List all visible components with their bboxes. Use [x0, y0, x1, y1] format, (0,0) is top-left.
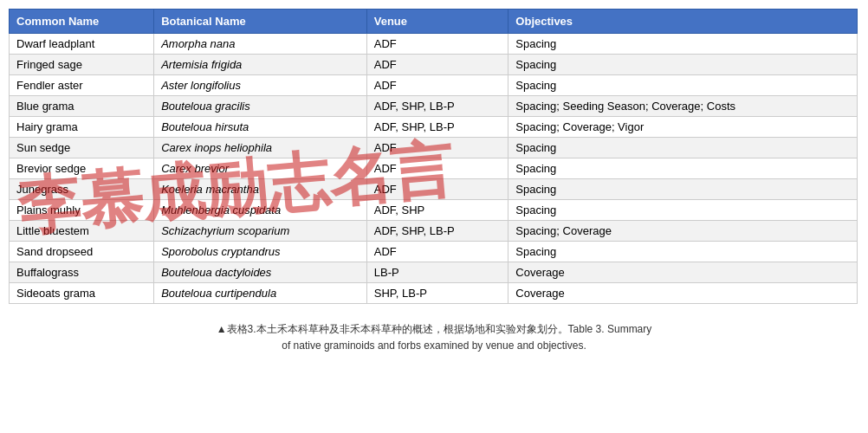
table-container: Common Name Botanical Name Venue Objecti… — [9, 9, 858, 304]
table-cell: Coverage — [508, 283, 858, 304]
table-cell: Fendler aster — [10, 75, 154, 96]
table-row: Fringed sageArtemisia frigidaADFSpacing — [10, 55, 858, 75]
header-venue: Venue — [366, 10, 508, 34]
table-cell: Fringed sage — [10, 55, 154, 75]
table-cell: Junegrass — [10, 179, 154, 200]
table-row: Sideoats gramaBouteloua curtipendulaSHP,… — [10, 283, 858, 304]
table-cell: Plains muhly — [10, 200, 154, 221]
page-wrapper: 李慕成励志名言 Common Name Botanical Name Venue… — [9, 9, 859, 354]
table-cell: Hairy grama — [10, 117, 154, 138]
caption-line1: ▲表格3.本土禾本科草种及非禾本科草种的概述，根据场地和实验对象划分。Table… — [9, 321, 859, 338]
table-cell: Bouteloua gracilis — [154, 96, 367, 117]
table-cell: Spacing — [508, 75, 858, 96]
table-row: Little bluestemSchizachyrium scopariumAD… — [10, 221, 858, 242]
table-cell: Blue grama — [10, 96, 154, 117]
header-botanical-name: Botanical Name — [154, 10, 367, 34]
table-cell: Spacing — [508, 138, 858, 158]
table-row: JunegrassKoeleria macranthaADFSpacing — [10, 179, 858, 200]
table-cell: Brevior sedge — [10, 158, 154, 179]
table-cell: Bouteloua hirsuta — [154, 117, 367, 138]
table-cell: Sun sedge — [10, 138, 154, 158]
table-cell: ADF, SHP, LB-P — [366, 96, 508, 117]
caption-line2: of native graminoids and forbs examined … — [9, 338, 859, 354]
table-row: Fendler asterAster longifoliusADFSpacing — [10, 75, 858, 96]
table-row: Hairy gramaBouteloua hirsutaADF, SHP, LB… — [10, 117, 858, 138]
table-cell: Bouteloua curtipendula — [154, 283, 367, 304]
table-cell: Bouteloua dactyloides — [154, 262, 367, 283]
table-cell: Spacing — [508, 34, 858, 55]
table-cell: Spacing — [508, 158, 858, 179]
table-cell: Aster longifolius — [154, 75, 367, 96]
table-cell: ADF — [366, 138, 508, 158]
table-caption: ▲表格3.本土禾本科草种及非禾本科草种的概述，根据场地和实验对象划分。Table… — [9, 321, 859, 354]
table-row: Sun sedgeCarex inops heliophilaADFSpacin… — [10, 138, 858, 158]
table-cell: Spacing; Seeding Season; Coverage; Costs — [508, 96, 858, 117]
table-cell: ADF — [366, 34, 508, 55]
table-cell: Spacing; Coverage — [508, 221, 858, 242]
table-cell: Buffalograss — [10, 262, 154, 283]
table-cell: ADF, SHP, LB-P — [366, 221, 508, 242]
table-cell: Amorpha nana — [154, 34, 367, 55]
table-row: Blue gramaBouteloua gracilisADF, SHP, LB… — [10, 96, 858, 117]
table-cell: Spacing — [508, 200, 858, 221]
table-header-row: Common Name Botanical Name Venue Objecti… — [10, 10, 858, 34]
table-cell: Carex brevior — [154, 158, 367, 179]
table-cell: SHP, LB-P — [366, 283, 508, 304]
table-cell: Muhlenbergia cuspidata — [154, 200, 367, 221]
table-row: Sand dropseedSporobolus cryptandrusADFSp… — [10, 242, 858, 262]
table-cell: Spacing — [508, 55, 858, 75]
table-row: Plains muhlyMuhlenbergia cuspidataADF, S… — [10, 200, 858, 221]
table-cell: ADF — [366, 179, 508, 200]
table-cell: Spacing — [508, 179, 858, 200]
table-cell: Sand dropseed — [10, 242, 154, 262]
table-cell: LB-P — [366, 262, 508, 283]
header-objectives: Objectives — [508, 10, 858, 34]
table-cell: ADF — [366, 242, 508, 262]
table-row: Brevior sedgeCarex breviorADFSpacing — [10, 158, 858, 179]
data-table: Common Name Botanical Name Venue Objecti… — [9, 9, 858, 304]
table-cell: Spacing; Coverage; Vigor — [508, 117, 858, 138]
table-cell: Coverage — [508, 262, 858, 283]
table-row: Dwarf leadplantAmorpha nanaADFSpacing — [10, 34, 858, 55]
header-common-name: Common Name — [10, 10, 154, 34]
table-cell: Carex inops heliophila — [154, 138, 367, 158]
table-cell: ADF, SHP, LB-P — [366, 117, 508, 138]
table-cell: Koeleria macrantha — [154, 179, 367, 200]
table-cell: Artemisia frigida — [154, 55, 367, 75]
table-cell: Dwarf leadplant — [10, 34, 154, 55]
table-row: BuffalograssBouteloua dactyloidesLB-PCov… — [10, 262, 858, 283]
table-cell: ADF, SHP — [366, 200, 508, 221]
table-cell: Sporobolus cryptandrus — [154, 242, 367, 262]
table-cell: Schizachyrium scoparium — [154, 221, 367, 242]
table-cell: Sideoats grama — [10, 283, 154, 304]
table-cell: ADF — [366, 55, 508, 75]
table-cell: ADF — [366, 75, 508, 96]
table-cell: Spacing — [508, 242, 858, 262]
table-cell: ADF — [366, 158, 508, 179]
table-cell: Little bluestem — [10, 221, 154, 242]
